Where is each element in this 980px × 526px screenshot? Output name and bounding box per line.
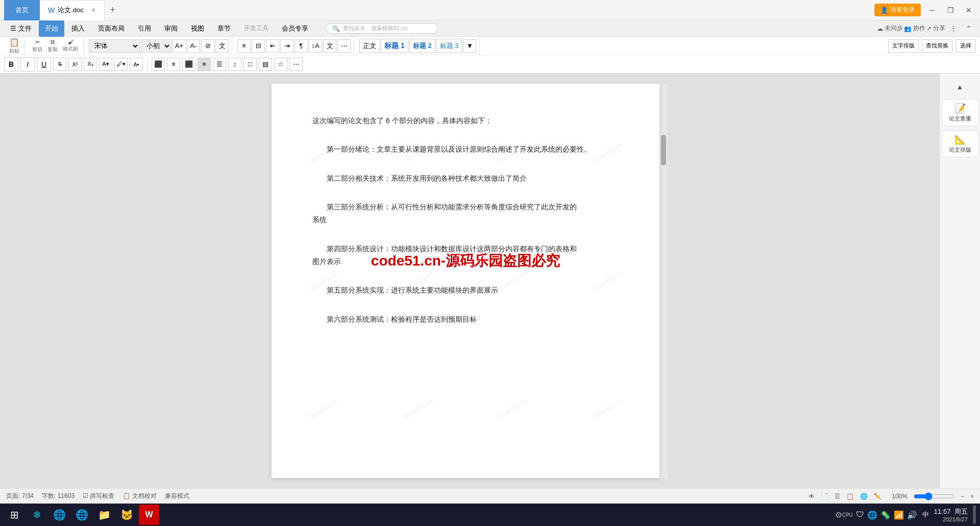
tab-file[interactable]: ☰ 文件 [4, 20, 38, 37]
view-icon-1[interactable]: 👁 [808, 493, 815, 500]
tab-doc[interactable]: W 论文.doc ✕ [40, 0, 105, 20]
taskbar-icon-3[interactable]: 🌐 [71, 505, 92, 525]
taskbar-clock[interactable]: 11:57 周五 2021/8/27 [934, 507, 968, 522]
subscript-button[interactable]: X₂ [84, 58, 97, 71]
sidebar-collapse-button[interactable]: ▲ [952, 79, 968, 95]
list-unordered-button[interactable]: ≡ [237, 39, 251, 53]
style-h3-button[interactable]: 标题 3 [436, 39, 462, 53]
font-family-select[interactable]: 宋体 [89, 39, 140, 53]
text-layout-button[interactable]: 文字排版 [888, 39, 919, 53]
select-button[interactable]: 选择 [955, 39, 976, 53]
minimize-button[interactable]: ─ [925, 3, 939, 17]
collab-button[interactable]: 👥 协作 [904, 24, 925, 33]
font-size-decrease-button[interactable]: A- [187, 39, 200, 53]
align-center-button[interactable]: ≡ [167, 58, 180, 71]
paper-check-tool[interactable]: 📝 论文查重 [942, 99, 978, 126]
special-char-button[interactable]: ☆ [274, 58, 287, 71]
tray-icon-antivirus[interactable]: 🦠 [880, 510, 891, 520]
sort-button[interactable]: ↕A [309, 39, 322, 53]
tray-icon-wifi[interactable]: 📶 [894, 510, 904, 520]
style-h2-button[interactable]: 标题 2 [409, 39, 435, 53]
ribbon-search-box[interactable]: 🔍 查找命令、搜索模板51.cn [326, 23, 438, 34]
view-icon-4[interactable]: 📋 [846, 493, 854, 500]
tab-home[interactable]: 首页 [4, 0, 40, 20]
italic-button[interactable]: I [20, 57, 35, 71]
taskbar-icon-5[interactable]: 🐱 [116, 505, 137, 525]
visitor-login-button[interactable]: 👤 访客登录 [874, 4, 921, 16]
doc-content[interactable]: 这次编写的论文包含了 6 个部分的内容，具体内容如下： 第一部分绪论：文章主要从… [312, 114, 619, 326]
highlight-button[interactable]: 🖊▾ [114, 58, 128, 71]
zoom-out-icon[interactable]: − [961, 493, 964, 500]
tab-add-button[interactable]: + [105, 2, 121, 18]
view-icon-6[interactable]: ✏️ [874, 493, 881, 500]
view-icon-2[interactable]: 📄 [821, 493, 828, 500]
tab-start[interactable]: 开始 [39, 20, 64, 37]
font-color-button[interactable]: A▾ [99, 58, 112, 71]
char-shading-button[interactable]: A▪ [130, 58, 143, 71]
tray-icon-browser[interactable]: 🌐 [867, 510, 877, 520]
font-size-increase-button[interactable]: A+ [173, 39, 186, 53]
tray-icon-ime[interactable]: 中 [922, 510, 929, 519]
copy-button[interactable]: ⧉ 复制 [45, 37, 60, 55]
paste-button[interactable]: 📋 粘贴 [7, 37, 21, 55]
zoom-slider[interactable] [914, 492, 954, 500]
align-right-button[interactable]: ⬛ [182, 58, 195, 71]
tab-layout[interactable]: 页面布局 [92, 20, 131, 37]
align-distribute-button[interactable]: ☰ [213, 58, 226, 71]
superscript-button[interactable]: X² [68, 58, 82, 71]
paper-layout-tool[interactable]: 📐 论文排版 [942, 130, 978, 157]
start-button[interactable]: ⊞ [4, 505, 24, 525]
indent-decrease-button[interactable]: ⇤ [266, 39, 279, 53]
align-left-button[interactable]: ⬛ [152, 58, 165, 71]
tab-review[interactable]: 审阅 [158, 20, 184, 37]
list-ordered-button[interactable]: ⊟ [252, 39, 265, 53]
taskbar-wps-button[interactable]: W [139, 505, 159, 525]
font-size-select[interactable]: 小初 [141, 39, 172, 53]
underline-button[interactable]: U [37, 57, 51, 71]
more-button[interactable]: ⋯ [337, 39, 351, 53]
ribbon-expand-button[interactable]: ⌃ [962, 21, 976, 36]
tray-icon-security[interactable]: 🛡 [856, 510, 864, 519]
taskbar-icon-4[interactable]: 📁 [94, 505, 114, 525]
doc-check[interactable]: 📋 文档校对 [122, 492, 156, 500]
cut-button[interactable]: ✂ 剪切 [30, 37, 44, 55]
vertical-scrollbar[interactable] [659, 84, 668, 478]
line-spacing-button[interactable]: ↕ [228, 58, 241, 71]
style-normal-button[interactable]: 正文 [359, 39, 380, 53]
taskbar-icon-1[interactable]: ❄ [27, 505, 47, 525]
tab-devtools[interactable]: 开发工具 [238, 20, 275, 37]
tab-chapter[interactable]: 章节 [211, 20, 237, 37]
more-format-button[interactable]: ⋯ [289, 58, 303, 71]
tray-icon-sound[interactable]: 🔊 [907, 510, 917, 520]
tab-view[interactable]: 视图 [185, 20, 210, 37]
spell-check[interactable]: ☑ 拼写检查 [83, 492, 114, 500]
show-desktop-button[interactable] [973, 506, 976, 524]
sync-button[interactable]: ☁ 未同步 [877, 24, 903, 33]
tab-references[interactable]: 引用 [132, 20, 157, 37]
zoom-in-icon[interactable]: + [970, 493, 974, 500]
scroll-thumb[interactable] [661, 135, 666, 165]
style-more-button[interactable]: ▼ [463, 39, 476, 53]
view-icon-3[interactable]: ☰ [835, 493, 840, 500]
tab-member[interactable]: 会员专享 [276, 20, 314, 37]
taskbar-icon-2[interactable]: 🌐 [49, 505, 69, 525]
ribbon-more-button[interactable]: ⋮ [946, 21, 961, 36]
tab-close-icon[interactable]: ✕ [91, 7, 96, 14]
font-special-button[interactable]: 文 [215, 39, 229, 53]
tab-insert[interactable]: 插入 [65, 20, 91, 37]
shading-button[interactable]: ▤ [259, 58, 272, 71]
chinese-convert-button[interactable]: 文 [323, 39, 336, 53]
bold-button[interactable]: B [4, 57, 18, 71]
border-button[interactable]: □ [243, 58, 257, 71]
font-clear-button[interactable]: ⊘ [201, 39, 214, 53]
style-h1-button[interactable]: 标题 1 [381, 39, 408, 53]
strikethrough-button[interactable]: S̶ [53, 58, 66, 71]
format-painter-button[interactable]: 🖌 格式刷 [61, 37, 80, 55]
align-justify-button[interactable]: ≡ [198, 58, 211, 71]
restore-button[interactable]: ❐ [943, 3, 958, 17]
close-button[interactable]: ✕ [962, 3, 976, 17]
share-button[interactable]: ↗ 分享 [926, 24, 945, 33]
indent-increase-button[interactable]: ⇥ [280, 39, 293, 53]
paragraph-button[interactable]: ¶ [295, 39, 308, 53]
view-icon-5[interactable]: 🌐 [860, 493, 868, 500]
